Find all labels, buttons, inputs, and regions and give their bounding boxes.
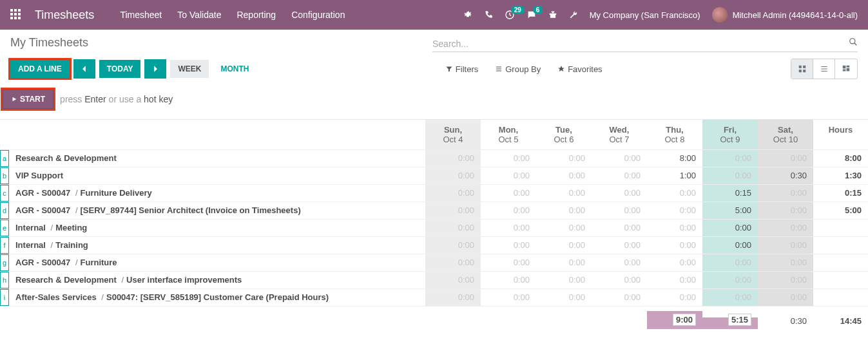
hotkey[interactable]: b [0,167,9,184]
cell[interactable]: 0:00 [702,150,758,167]
cell[interactable]: 0:00 [592,167,647,184]
cell[interactable]: 0:00 [702,254,758,271]
cell[interactable]: 0:00 [481,202,536,219]
row-label[interactable]: AGR - S00047 /[SERV_89744] Senior Archit… [9,202,425,219]
cell[interactable]: 0:00 [481,167,536,184]
cell[interactable]: 0:00 [425,220,481,236]
cell[interactable]: 0:00 [425,150,481,167]
cell[interactable]: 0:00 [702,237,758,254]
cell[interactable]: 0:00 [536,272,592,288]
cell[interactable]: 0:00 [647,254,702,271]
search-input[interactable] [432,36,858,52]
cell[interactable]: 0:00 [592,289,647,306]
cell[interactable]: 0:15 [702,185,758,202]
wrench-icon[interactable] [569,10,578,19]
cell[interactable]: 0:00 [536,167,592,184]
clock-icon[interactable]: 29 [505,10,515,20]
hotkey[interactable]: f [0,237,9,254]
row-label[interactable]: Internal /Training [9,237,425,254]
cell[interactable]: 0:00 [758,254,813,271]
cell[interactable]: 0:00 [536,185,592,202]
cell[interactable]: 0:00 [536,202,592,219]
cell[interactable]: 0:00 [425,202,481,219]
company-switcher[interactable]: My Company (San Francisco) [590,10,700,20]
cell[interactable]: 0:00 [592,150,647,167]
search-bar[interactable] [432,36,858,52]
nav-to-validate[interactable]: To Validate [177,10,221,20]
cell[interactable]: 0:00 [536,150,592,167]
today-button[interactable]: TODAY [99,60,141,78]
row-label[interactable]: AGR - S00047 /Furniture Delivery [9,185,425,202]
groupby-dropdown[interactable]: Group By [495,64,541,74]
row-label[interactable]: Internal /Meeting [9,220,425,236]
cell[interactable]: 0:00 [481,220,536,236]
cell[interactable]: 1:00 [647,167,702,184]
cell[interactable]: 0:00 [592,254,647,271]
cell[interactable]: 0:00 [481,237,536,254]
cell[interactable]: 5:00 [702,202,758,219]
cell[interactable]: 0:30 [758,167,813,184]
gift-icon[interactable] [548,10,557,19]
hotkey[interactable]: e [0,220,9,236]
cell[interactable]: 0:00 [592,185,647,202]
cell[interactable]: 0:00 [647,220,702,236]
cell[interactable]: 0:00 [536,254,592,271]
cell[interactable]: 0:00 [481,254,536,271]
cell[interactable]: 0:00 [481,150,536,167]
cell[interactable]: 0:00 [425,289,481,306]
cell[interactable]: 8:00 [647,150,702,167]
cell[interactable]: 0:00 [536,289,592,306]
row-label[interactable]: After-Sales Services /S00047: [SERV_5851… [9,289,425,306]
hotkey[interactable]: h [0,272,9,288]
brand[interactable]: Timesheets [35,8,94,22]
cell[interactable]: 0:00 [647,289,702,306]
cell[interactable]: 0:00 [481,272,536,288]
cell[interactable]: 0:00 [647,202,702,219]
nav-reporting[interactable]: Reporting [236,10,276,20]
search-icon[interactable] [849,37,858,46]
favorites-dropdown[interactable]: Favorites [557,64,602,74]
grid-view-icon[interactable] [791,59,813,79]
cell[interactable]: 0:00 [758,237,813,254]
prev-button[interactable] [73,59,95,79]
cell[interactable]: 0:00 [758,150,813,167]
cell[interactable]: 0:00 [425,237,481,254]
row-label[interactable]: Research & Development /User interface i… [9,272,425,288]
cell[interactable]: 0:00 [647,272,702,288]
cell[interactable]: 0:00 [702,220,758,236]
cell[interactable]: 0:00 [702,272,758,288]
nav-timesheet[interactable]: Timesheet [120,10,162,20]
cell[interactable]: 0:00 [425,272,481,288]
cell[interactable]: 0:00 [592,220,647,236]
apps-icon[interactable] [10,9,22,21]
cell[interactable]: 0:00 [758,185,813,202]
cell[interactable]: 0:00 [425,185,481,202]
cell[interactable]: 0:00 [758,289,813,306]
cell[interactable]: 0:00 [758,272,813,288]
cell[interactable]: 0:00 [758,202,813,219]
phone-icon[interactable] [484,10,493,19]
hotkey[interactable]: g [0,254,9,271]
row-label[interactable]: AGR - S00047 /Furniture [9,254,425,271]
kanban-view-icon[interactable] [835,59,857,79]
cell[interactable]: 0:00 [702,289,758,306]
next-button[interactable] [144,59,166,79]
cell[interactable]: 0:00 [647,185,702,202]
start-button[interactable]: START [3,90,53,109]
row-label[interactable]: Research & Development [9,150,425,167]
user-menu[interactable]: Mitchell Admin (4494641-14-0-all) [712,7,858,23]
cell[interactable]: 0:00 [536,220,592,236]
cell[interactable]: 0:00 [425,167,481,184]
cell[interactable]: 0:00 [592,237,647,254]
row-label[interactable]: VIP Support [9,167,425,184]
cell[interactable]: 0:00 [702,167,758,184]
nav-configuration[interactable]: Configuration [291,10,345,20]
cell[interactable]: 0:00 [647,237,702,254]
add-line-button[interactable]: ADD A LINE [10,60,70,78]
filters-dropdown[interactable]: Filters [445,64,478,74]
bug-icon[interactable] [463,10,472,19]
hotkey[interactable]: d [0,202,9,219]
cell[interactable]: 0:00 [592,272,647,288]
cell[interactable]: 0:00 [758,220,813,236]
hotkey[interactable]: a [0,150,9,167]
